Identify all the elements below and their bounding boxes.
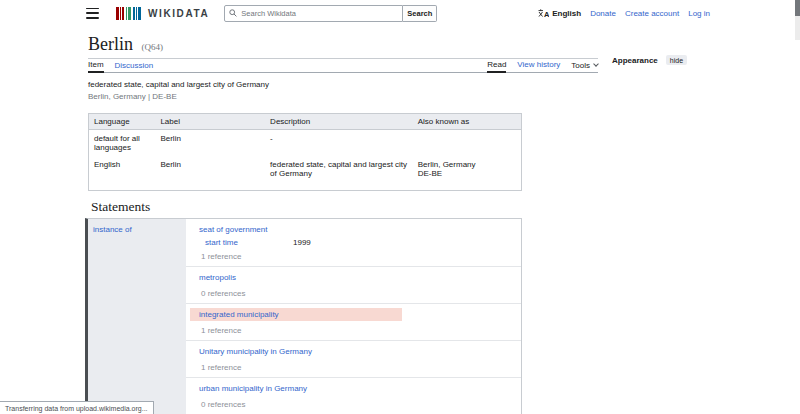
statement: seat of government start time 1999 1 ref… <box>186 219 521 267</box>
svg-text:A: A <box>544 10 549 18</box>
tab-view-history[interactable]: View history <box>517 60 560 72</box>
tab-discussion[interactable]: Discussion <box>115 61 154 72</box>
qualifier-row: start time 1999 <box>186 238 521 247</box>
hamburger-menu-icon[interactable] <box>86 8 99 19</box>
references-toggle[interactable]: 0 references <box>186 400 521 409</box>
cell-also-known-as <box>413 130 522 157</box>
appearance-panel: Appearance hide <box>612 55 687 65</box>
term-table-header-row: Language Label Description Also known as <box>89 114 522 130</box>
qualifier-value: 1999 <box>293 238 311 247</box>
term-table-row: English Berlin federated state, capital … <box>89 156 522 191</box>
statement-values-column: seat of government start time 1999 1 ref… <box>186 219 521 414</box>
browser-status-bar: Transferring data from upload.wikimedia.… <box>0 401 154 414</box>
create-account-link[interactable]: Create account <box>625 9 679 18</box>
entity-aliases: Berlin, Germany | DE-BE <box>88 92 598 101</box>
references-toggle[interactable]: 1 reference <box>186 363 521 372</box>
statement: urban municipality in Germany 0 referenc… <box>186 378 521 414</box>
property-link-instance-of[interactable]: instance of <box>93 225 132 234</box>
search-icon <box>229 9 237 17</box>
entity-id: (Q64) <box>141 42 163 52</box>
value-link[interactable]: Unitary municipality in Germany <box>199 347 312 356</box>
content-column: Berlin (Q64) Item Discussion Read View h… <box>88 26 598 101</box>
alias-line: DE-BE <box>418 169 516 178</box>
statements-group: instance of seat of government start tim… <box>85 218 522 414</box>
tab-item[interactable]: Item <box>88 60 104 73</box>
statement-value-row: seat of government <box>186 223 521 236</box>
references-toggle[interactable]: 1 reference <box>186 252 521 261</box>
search-input[interactable] <box>241 9 398 18</box>
tab-tools-label: Tools <box>571 61 590 70</box>
title-row: Berlin (Q64) <box>88 26 598 55</box>
statement-value-row: urban municipality in Germany <box>186 382 521 395</box>
statements-heading: Statements <box>91 199 150 215</box>
cell-label: Berlin <box>155 130 265 157</box>
column-header-description: Description <box>265 114 413 130</box>
language-selector[interactable]: A English <box>538 9 581 18</box>
top-bar-right: A English Donate Create account Log in <box>538 9 710 18</box>
qualifier-property-link[interactable]: start time <box>205 238 293 247</box>
entity-description: federated state, capital and largest cit… <box>88 80 598 89</box>
wikidata-page: WIKIDATA Search A Engl <box>0 0 800 414</box>
chevron-down-icon <box>593 61 599 67</box>
cell-label: Berlin <box>155 156 265 191</box>
column-header-also-known-as: Also known as <box>413 114 522 130</box>
wikidata-logo-bars <box>116 7 141 20</box>
statement-value-row: Unitary municipality in Germany <box>186 345 521 358</box>
cell-language: default for all languages <box>89 130 156 157</box>
statement-value-row: metropolis <box>186 271 521 284</box>
tab-bar: Item Discussion Read View history Tools <box>88 59 598 73</box>
alias-line: Berlin, Germany <box>418 160 516 169</box>
appearance-hide-button[interactable]: hide <box>666 55 687 65</box>
page-title: Berlin <box>88 34 133 54</box>
column-header-language: Language <box>89 114 156 130</box>
wikidata-logo-text: WIKIDATA <box>148 8 209 19</box>
column-header-label: Label <box>155 114 265 130</box>
search-input-wrap <box>224 5 403 22</box>
cell-description: - <box>265 130 413 157</box>
value-link[interactable]: integrated municipality <box>199 310 279 319</box>
references-toggle[interactable]: 0 references <box>186 289 521 298</box>
appearance-label: Appearance <box>612 56 658 65</box>
tab-read[interactable]: Read <box>487 60 506 73</box>
tab-bar-right: Read View history Tools <box>487 60 598 72</box>
donate-link[interactable]: Donate <box>590 9 616 18</box>
cell-description: federated state, capital and largest cit… <box>265 156 413 191</box>
term-table-row: default for all languages Berlin - <box>89 130 522 157</box>
login-link[interactable]: Log in <box>688 9 710 18</box>
search-button[interactable]: Search <box>403 5 437 22</box>
statement: metropolis 0 references <box>186 267 521 304</box>
top-bar: WIKIDATA Search A Engl <box>0 0 800 26</box>
references-toggle[interactable]: 1 reference <box>186 326 521 335</box>
value-link[interactable]: seat of government <box>199 225 267 234</box>
language-label: English <box>552 9 581 18</box>
search-box: Search <box>224 5 437 22</box>
cell-language: English <box>89 156 156 191</box>
wikidata-logo[interactable]: WIKIDATA <box>116 7 209 20</box>
statement-value-row: integrated municipality <box>190 308 402 321</box>
value-link[interactable]: metropolis <box>199 273 236 282</box>
language-icon: A <box>538 9 549 18</box>
cell-also-known-as: Berlin, Germany DE-BE <box>413 156 522 191</box>
value-link[interactable]: urban municipality in Germany <box>199 384 307 393</box>
statement: Unitary municipality in Germany 1 refere… <box>186 341 521 378</box>
scrollbar-thumb[interactable] <box>795 0 800 16</box>
statement-property-cell: instance of <box>88 219 186 414</box>
statement-highlighted: integrated municipality 1 reference <box>186 304 521 341</box>
term-table: Language Label Description Also known as… <box>88 113 522 191</box>
tab-tools[interactable]: Tools <box>571 60 598 72</box>
